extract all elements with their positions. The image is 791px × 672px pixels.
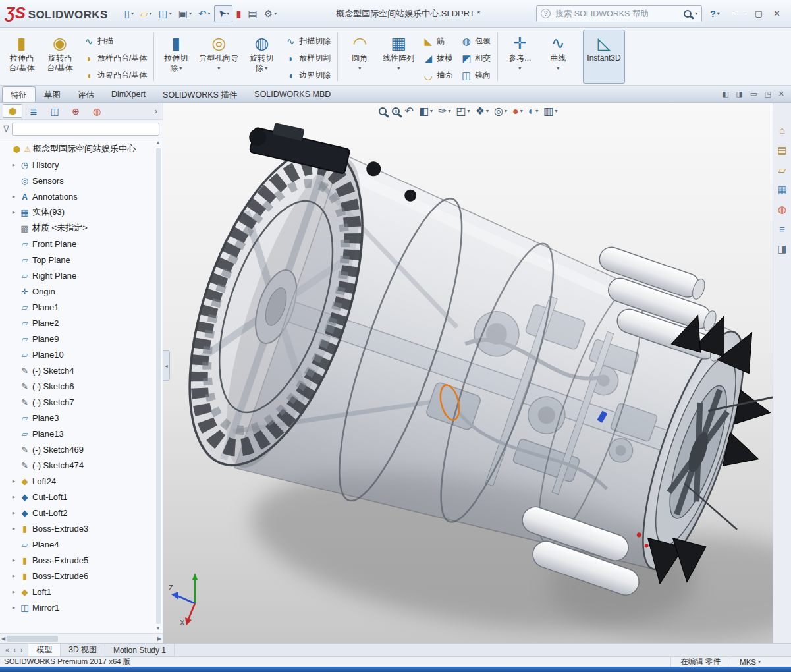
- scroll-right-icon[interactable]: ▶: [157, 636, 161, 642]
- dropdown-arrow-icon[interactable]: ▾: [208, 11, 211, 16]
- expand-arrow-icon[interactable]: ▸: [11, 557, 17, 563]
- pane-previous-icon[interactable]: ◧: [722, 90, 728, 98]
- tree-item[interactable]: ▸ Annotations: [1, 188, 153, 204]
- dropdown-arrow-icon[interactable]: ▾: [486, 109, 489, 114]
- tree-filter-input[interactable]: [15, 124, 156, 134]
- expand-arrow-icon[interactable]: ▸: [11, 509, 17, 516]
- tree-item[interactable]: ▸ Origin: [1, 283, 153, 299]
- search-icon[interactable]: [684, 10, 692, 18]
- tree-item[interactable]: ▸ History: [1, 157, 153, 173]
- tree-item[interactable]: ▸ Mirror1: [1, 600, 153, 615]
- file-properties-button[interactable]: ▤: [244, 5, 260, 22]
- tab-evaluate[interactable]: 评估: [69, 86, 103, 102]
- sheet-nav-button[interactable]: «: [5, 646, 9, 654]
- edit-appearance-button[interactable]: ● ▾: [512, 106, 523, 117]
- manager-tabs-overflow-icon[interactable]: ›: [152, 106, 160, 116]
- tree-item[interactable]: ▸ Plane13: [1, 426, 153, 441]
- hide-show-items-button[interactable]: ◎ ▾: [494, 106, 507, 117]
- scrollbar-thumb[interactable]: [7, 636, 58, 642]
- tree-item[interactable]: ▸ (-) Sketch4: [1, 362, 153, 378]
- solidworks-resources-icon[interactable]: ⌂: [779, 125, 785, 135]
- tree-item[interactable]: ▸ Right Plane: [1, 267, 153, 283]
- filter-funnel-icon[interactable]: ∇: [3, 124, 9, 134]
- dropdown-arrow-icon[interactable]: ▾: [555, 109, 557, 114]
- scroll-down-icon[interactable]: ▼: [155, 625, 161, 632]
- dropdown-arrow-icon[interactable]: ▾: [468, 109, 470, 114]
- dropdown-arrow-icon[interactable]: ▾: [448, 109, 450, 114]
- tree-item[interactable]: ▸ Top Plane: [1, 252, 153, 267]
- expand-arrow-icon[interactable]: ▸: [11, 209, 17, 215]
- dropdown-arrow-icon[interactable]: ▾: [179, 66, 182, 71]
- revolved-cut-button[interactable]: ◍ 旋转切 除▾: [242, 30, 281, 84]
- boundary-boss-base-button[interactable]: ◖ 边界凸台/基体: [80, 67, 150, 84]
- model-canvas[interactable]: [163, 103, 773, 643]
- search-box[interactable]: ? ▾: [536, 5, 702, 22]
- sheet-nav-button[interactable]: ‹: [14, 646, 16, 654]
- previous-view-button[interactable]: ↶: [405, 106, 414, 117]
- tree-item[interactable]: ▸ Plane3: [1, 410, 153, 426]
- tree-item[interactable]: ▸ (-) Sketch6: [1, 378, 153, 394]
- tree-item[interactable]: ▸ Plane9: [1, 331, 153, 347]
- wrap-button[interactable]: ◍ 包覆: [458, 33, 493, 50]
- dropdown-arrow-icon[interactable]: ▾: [265, 66, 267, 71]
- tree-item[interactable]: ▸ 实体(93): [1, 204, 153, 220]
- search-input[interactable]: [554, 9, 680, 19]
- tree-item[interactable]: ▸ Boss-Extrude5: [1, 552, 153, 568]
- linear-pattern-button[interactable]: ▦ 线性阵列 ▾: [379, 30, 418, 84]
- fillet-button[interactable]: ◠ 圆角 ▾: [341, 30, 379, 84]
- expand-arrow-icon[interactable]: ▸: [11, 573, 17, 579]
- tree-item[interactable]: ▸ Loft24: [1, 473, 153, 489]
- pane-next-icon[interactable]: ◨: [736, 90, 743, 98]
- tree-item[interactable]: ▸ Front Plane: [1, 236, 153, 252]
- tab-features[interactable]: 特征: [2, 86, 36, 102]
- pane-options-icon[interactable]: ◨: [777, 244, 786, 254]
- tree-item[interactable]: ▸ Cut-Loft1: [1, 489, 153, 505]
- display-style-button[interactable]: ❖ ▾: [476, 106, 489, 117]
- open-button[interactable]: ▱ ▾: [137, 5, 155, 22]
- lofted-boss-base-button[interactable]: ◗ 放样凸台/基体: [80, 50, 150, 67]
- extruded-cut-button[interactable]: ▮ 拉伸切 除▾: [157, 30, 195, 84]
- configurationmanager-tab[interactable]: ◫: [45, 104, 65, 118]
- scroll-up-icon[interactable]: ▲: [155, 140, 161, 146]
- dropdown-arrow-icon[interactable]: ▾: [397, 66, 400, 71]
- dropdown-arrow-icon[interactable]: ▾: [557, 66, 559, 71]
- dropdown-arrow-icon[interactable]: ▾: [358, 66, 361, 71]
- close-button[interactable]: ✕: [773, 9, 780, 18]
- expand-arrow-icon[interactable]: ▸: [11, 161, 17, 168]
- tree-item[interactable]: ▸ 材质 <未指定>: [1, 220, 153, 236]
- intersect-button[interactable]: ◩ 相交: [458, 50, 493, 67]
- tree-item[interactable]: ▸ Plane1: [1, 299, 153, 315]
- dimxpertmanager-tab[interactable]: ⊕: [66, 104, 86, 118]
- float-pane-icon[interactable]: ◳: [764, 90, 771, 98]
- lofted-cut-button[interactable]: ◗ 放样切割: [282, 50, 333, 67]
- mirror-button[interactable]: ◫ 镜向: [458, 67, 493, 84]
- tree-item[interactable]: ▸ (-) Sketch469: [1, 441, 153, 457]
- dropdown-arrow-icon[interactable]: ▾: [518, 66, 521, 71]
- featuremanager-tree-tab[interactable]: ⬢: [3, 104, 22, 118]
- tree-item[interactable]: ▸ Boss-Extrude3: [1, 520, 153, 536]
- dropdown-arrow-icon[interactable]: ▾: [169, 11, 172, 16]
- tab-model[interactable]: 模型: [28, 644, 61, 656]
- shell-button[interactable]: ◡ 抽壳: [420, 67, 455, 84]
- boundary-cut-button[interactable]: ◖ 边界切除: [282, 67, 333, 84]
- reference-geometry-button[interactable]: ✛ 参考... ▾: [501, 30, 539, 84]
- curves-button[interactable]: ∿ 曲线 ▾: [539, 30, 577, 84]
- scroll-left-icon[interactable]: ◀: [1, 636, 5, 642]
- displaymanager-tab[interactable]: ◍: [87, 104, 107, 118]
- tree-vertical-scrollbar[interactable]: ▲ ▼: [154, 140, 162, 632]
- tree-item[interactable]: ▸ Plane2: [1, 315, 153, 331]
- dropdown-arrow-icon[interactable]: ▾: [217, 66, 220, 71]
- dropdown-arrow-icon[interactable]: ▾: [274, 11, 277, 16]
- minimize-button[interactable]: —: [736, 9, 744, 18]
- dropdown-arrow-icon[interactable]: ▾: [505, 109, 507, 114]
- close-pane-icon[interactable]: ✕: [778, 90, 784, 98]
- tab-dimxpert[interactable]: DimXpert: [103, 86, 154, 102]
- dropdown-arrow-icon[interactable]: ▾: [131, 11, 134, 16]
- tree-filter-box[interactable]: [12, 123, 159, 136]
- file-explorer-icon[interactable]: ▱: [778, 165, 786, 175]
- expand-arrow-icon[interactable]: ▸: [11, 604, 17, 611]
- new-document-button[interactable]: ▯ ▾: [121, 5, 137, 22]
- help-button[interactable]: ? ▾: [705, 9, 725, 19]
- expand-arrow-icon[interactable]: ▸: [11, 478, 17, 484]
- options-button[interactable]: ⚙ ▾: [261, 5, 280, 22]
